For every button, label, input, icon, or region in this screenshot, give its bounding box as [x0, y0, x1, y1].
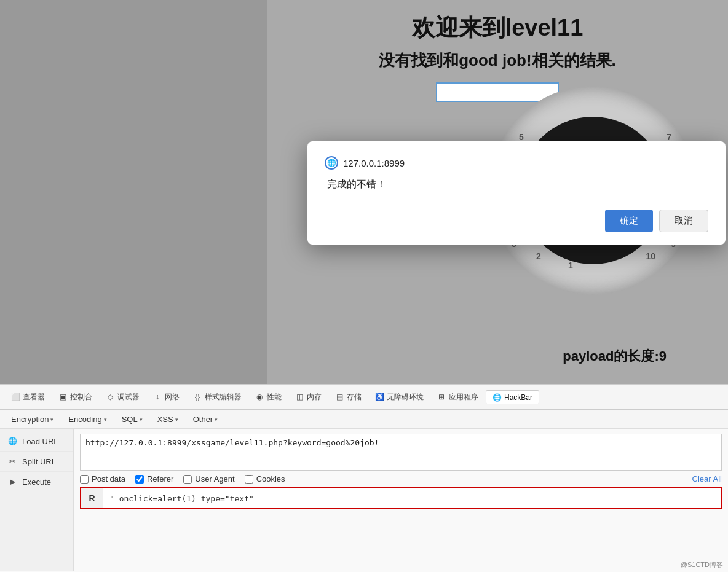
url-input[interactable]: [80, 434, 722, 471]
scale-7: 1: [568, 261, 573, 270]
storage-icon: ▤: [335, 393, 344, 401]
hackbar-sidebar: 🌐 Load URL ✂ Split URL ▶ Execute: [0, 429, 74, 571]
referer-checkbox-label[interactable]: Referer: [135, 474, 173, 484]
page-subtitle: 没有找到和good job!相关的结果.: [379, 50, 616, 71]
hackbar-content: 🌐 Load URL ✂ Split URL ▶ Execute Post da…: [0, 429, 728, 571]
tab-storage-label: 存储: [347, 392, 362, 402]
page-title: 欢迎来到level11: [412, 12, 584, 44]
encoding-arrow: ▾: [104, 417, 107, 423]
split-url-label: Split URL: [22, 457, 56, 466]
modal-confirm-button[interactable]: 确定: [605, 210, 653, 232]
tab-console-label: 控制台: [70, 392, 92, 402]
payload-label: payload的长度:9: [563, 347, 667, 366]
encoding-label: Encoding: [68, 415, 101, 424]
load-url-button[interactable]: 🌐 Load URL: [0, 431, 73, 452]
devtools-toolbar: ⬜ 查看器 ▣ 控制台 ◇ 调试器 ↕ 网络 {} 样式编辑器 ◉ 性能 ◫ 内…: [0, 384, 728, 410]
tab-console[interactable]: ▣ 控制台: [52, 390, 98, 405]
encryption-label: Encryption: [11, 415, 49, 424]
tab-accessibility-label: 无障碍环境: [387, 392, 424, 402]
cookies-checkbox-label[interactable]: Cookies: [245, 474, 285, 484]
sql-label: SQL: [122, 415, 138, 424]
style-editor-icon: {}: [193, 393, 202, 401]
other-label: Other: [193, 415, 213, 424]
xss-arrow: ▾: [175, 417, 178, 423]
post-data-checkbox-label[interactable]: Post data: [80, 474, 125, 484]
load-url-icon: 🌐: [7, 436, 17, 446]
globe-icon: 🌐: [325, 156, 338, 170]
tab-apps-label: 应用程序: [449, 392, 478, 402]
modal-cancel-button[interactable]: 取消: [659, 210, 708, 232]
console-icon: ▣: [58, 393, 67, 401]
menu-other[interactable]: Other ▾: [187, 413, 224, 426]
referer-row: R: [80, 487, 722, 509]
other-arrow: ▾: [215, 417, 218, 423]
cookies-label: Cookies: [256, 474, 285, 484]
hackbar-main-panel: Post data Referer User Agent Cookies Cle…: [74, 429, 728, 571]
split-url-button[interactable]: ✂ Split URL: [0, 452, 73, 472]
referer-checkbox[interactable]: [135, 475, 144, 484]
sql-arrow: ▾: [140, 417, 143, 423]
tab-style-editor[interactable]: {} 样式编辑器: [187, 390, 248, 405]
network-icon: ↕: [153, 393, 162, 401]
scale-6: 10: [646, 251, 655, 261]
options-row: Post data Referer User Agent Cookies Cle…: [80, 471, 722, 487]
modal-dialog: 🌐 127.0.0.1:8999 完成的不错！ 确定 取消: [307, 141, 726, 245]
cookies-checkbox[interactable]: [245, 475, 253, 484]
tab-performance-label: 性能: [267, 392, 282, 402]
tab-memory-label: 内存: [307, 392, 322, 402]
performance-icon: ◉: [255, 393, 264, 401]
scale-2: 7: [667, 132, 671, 142]
tab-memory[interactable]: ◫ 内存: [289, 390, 328, 405]
tab-apps[interactable]: ⊞ 应用程序: [431, 390, 485, 405]
tab-performance[interactable]: ◉ 性能: [249, 390, 288, 405]
xss-label: XSS: [157, 415, 173, 424]
tab-inspector-label: 查看器: [23, 392, 45, 402]
tab-storage[interactable]: ▤ 存储: [329, 390, 368, 405]
user-agent-label: User Agent: [195, 474, 234, 484]
execute-button[interactable]: ▶ Execute: [0, 472, 73, 492]
tab-debugger[interactable]: ◇ 调试器: [100, 390, 146, 405]
tab-hackbar-label: HackBar: [504, 393, 532, 402]
inspector-icon: ⬜: [11, 393, 20, 401]
modal-message: 完成的不错！: [325, 178, 708, 191]
scale-5: 2: [536, 251, 541, 261]
scale-1: 5: [519, 132, 524, 142]
tab-network[interactable]: ↕ 网络: [147, 390, 186, 405]
referer-prefix-label: R: [81, 488, 103, 508]
debugger-icon: ◇: [106, 393, 114, 401]
tab-network-label: 网络: [165, 392, 180, 402]
memory-icon: ◫: [295, 393, 304, 401]
menu-encryption[interactable]: Encryption ▾: [5, 413, 60, 426]
user-agent-checkbox-label[interactable]: User Agent: [183, 474, 234, 484]
tab-hackbar[interactable]: 🌐 HackBar: [486, 390, 539, 404]
accessibility-icon: ♿: [375, 393, 384, 401]
split-url-icon: ✂: [7, 456, 17, 466]
load-url-label: Load URL: [22, 437, 58, 446]
post-data-label: Post data: [92, 474, 125, 484]
menu-encoding[interactable]: Encoding ▾: [62, 413, 113, 426]
hackbar-area: Encryption ▾ Encoding ▾ SQL ▾ XSS ▾ Othe…: [0, 410, 728, 572]
modal-url: 127.0.0.1:8999: [343, 158, 405, 168]
watermark: @S1CTD博客: [681, 560, 723, 570]
modal-buttons: 确定 取消: [325, 210, 708, 232]
menu-sql[interactable]: SQL ▾: [116, 413, 149, 426]
hackbar-globe-icon: 🌐: [493, 393, 501, 402]
menu-xss[interactable]: XSS ▾: [151, 413, 184, 426]
tab-style-editor-label: 样式编辑器: [205, 392, 242, 402]
execute-label: Execute: [22, 477, 51, 487]
clear-all-link[interactable]: Clear All: [692, 474, 722, 484]
hackbar-menu: Encryption ▾ Encoding ▾ SQL ▾ XSS ▾ Othe…: [0, 410, 728, 429]
modal-header: 🌐 127.0.0.1:8999: [325, 156, 708, 170]
post-data-checkbox[interactable]: [80, 475, 89, 484]
user-agent-checkbox[interactable]: [183, 475, 192, 484]
tab-accessibility[interactable]: ♿ 无障碍环境: [369, 390, 430, 405]
tab-debugger-label: 调试器: [117, 392, 140, 402]
referer-input[interactable]: [103, 489, 721, 508]
execute-icon: ▶: [7, 477, 17, 487]
apps-icon: ⊞: [437, 393, 446, 401]
tab-inspector[interactable]: ⬜ 查看器: [5, 390, 51, 405]
encryption-arrow: ▾: [50, 417, 53, 423]
referer-label: Referer: [147, 474, 173, 484]
